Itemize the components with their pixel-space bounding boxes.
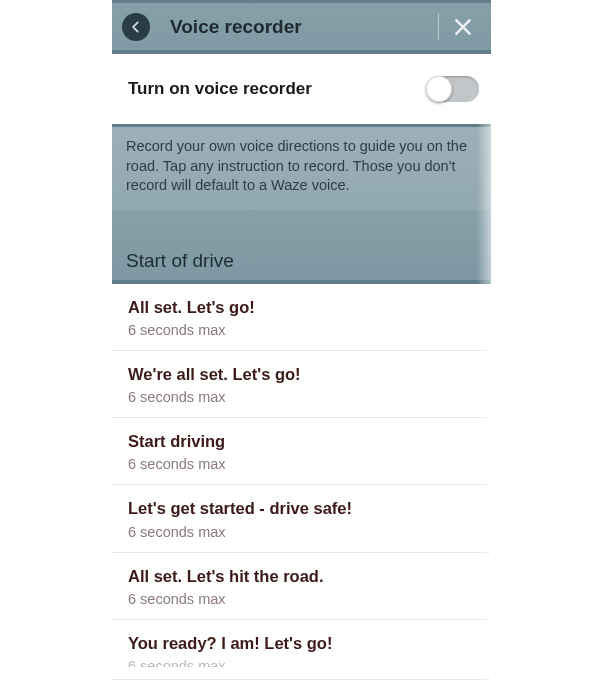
recording-item[interactable]: All set. Let's hit the road. 6 seconds m… — [112, 553, 491, 620]
close-icon — [452, 16, 474, 38]
recording-duration: 6 seconds max — [128, 389, 475, 405]
info-block: Record your own voice directions to guid… — [112, 124, 491, 210]
section-header: Start of drive — [112, 210, 491, 284]
recording-label: All set. Let's hit the road. — [128, 565, 475, 587]
recording-label: All set. Let's go! — [128, 296, 475, 318]
header-inner: Voice recorder — [112, 3, 491, 50]
recording-item[interactable]: All set. Let's go! 6 seconds max — [112, 284, 491, 351]
recording-item[interactable]: Start driving 6 seconds max — [112, 418, 491, 485]
recording-duration: 6 seconds max — [128, 591, 475, 607]
header-divider — [438, 13, 439, 40]
recording-duration: 6 seconds max — [128, 322, 475, 338]
recording-item[interactable]: Let's get started - drive safe! 6 second… — [112, 485, 491, 552]
back-button[interactable] — [122, 13, 150, 41]
recording-label: You ready? I am! Let's go! — [128, 632, 475, 654]
app-frame: Voice recorder Turn on voice recorder Re… — [0, 0, 603, 698]
voice-recorder-toggle-row[interactable]: Turn on voice recorder — [112, 54, 491, 124]
recording-duration: 6 seconds max — [128, 456, 475, 472]
recording-item[interactable]: We're all set. Let's go! 6 seconds max — [112, 351, 491, 418]
toggle-switch[interactable] — [427, 76, 479, 102]
recording-duration: 6 seconds max — [128, 658, 475, 667]
recording-label: Let's get started - drive safe! — [128, 497, 475, 519]
recording-label: We're all set. Let's go! — [128, 363, 475, 385]
page-title: Voice recorder — [170, 16, 302, 38]
header: Voice recorder — [112, 0, 491, 54]
info-text: Record your own voice directions to guid… — [112, 127, 491, 210]
chevron-left-icon — [129, 20, 143, 34]
recording-label: Start driving — [128, 430, 475, 452]
section-title: Start of drive — [112, 210, 491, 280]
panel: Voice recorder Turn on voice recorder Re… — [112, 0, 491, 698]
close-button[interactable] — [443, 3, 483, 50]
recording-duration: 6 seconds max — [128, 524, 475, 540]
recording-item[interactable]: You ready? I am! Let's go! 6 seconds max — [112, 620, 491, 680]
toggle-label: Turn on voice recorder — [128, 79, 312, 99]
